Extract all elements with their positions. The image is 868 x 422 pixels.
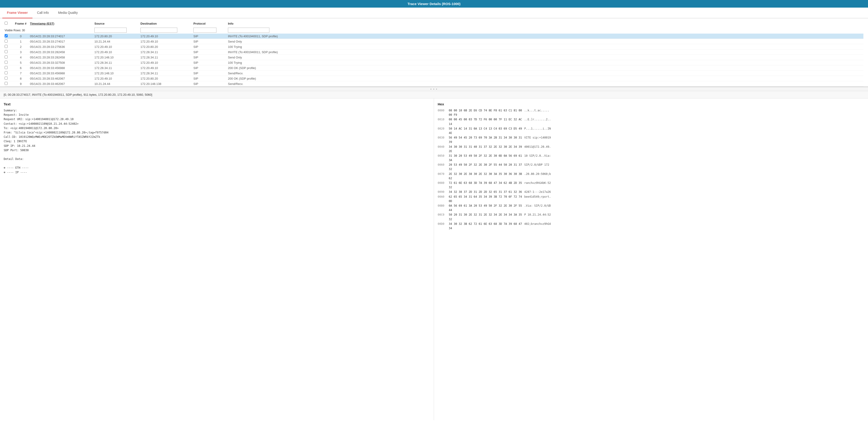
header-destination: Destination xyxy=(141,22,193,25)
row-info: 200 OK (SDP profile) xyxy=(228,77,863,80)
row-checkbox[interactable] xyxy=(5,71,8,74)
table-row[interactable]: 3 05/14/21 20:28:33:282458 172.20.49.10 … xyxy=(5,50,863,55)
hex-rows-container: 0000 08 00 10 6B 2E E6 CD 74 8E F8 61 63… xyxy=(438,108,864,231)
text-panel: Text Summary: Request: Invite Request UR… xyxy=(0,98,434,420)
tab-frame-viewer[interactable]: Frame Viewer xyxy=(2,8,32,19)
hex-offset: 00A0 xyxy=(438,195,447,203)
protocol-filter-input[interactable] xyxy=(193,28,216,33)
row-source: 10.21.24.44 xyxy=(94,40,141,43)
header-timestamp[interactable]: Timestamp (EST) xyxy=(30,22,94,25)
row-check-cell xyxy=(5,61,11,64)
row-source: 172.28.34.11 xyxy=(94,66,141,70)
row-protocol: SIP xyxy=(193,77,228,80)
row-info: 200 OK (SDP profile) xyxy=(228,66,863,70)
hex-ascii: VITE sip:+140019 xyxy=(524,135,551,144)
hex-offset: 0050 xyxy=(438,154,447,162)
header-frame: Frame # xyxy=(11,22,30,25)
row-checkbox[interactable] xyxy=(5,40,8,42)
row-checkbox[interactable] xyxy=(5,50,8,53)
visible-rows-label: Visible Rows: 30 xyxy=(5,29,11,32)
row-timestamp: 05/14/21 20:28:33:274017 xyxy=(30,40,94,43)
header-check xyxy=(5,22,11,25)
top-panel: Frame # Timestamp (EST) Source Destinati… xyxy=(0,19,868,87)
hex-offset: 0030 xyxy=(438,135,447,144)
hex-bytes: 08 00 10 6B 2E E6 CD 74 8E F8 61 63 C1 8… xyxy=(449,108,522,117)
row-frame: 8 xyxy=(11,77,30,80)
table-area: Frame # Timestamp (EST) Source Destinati… xyxy=(0,19,868,87)
hex-bytes: 34 32 38 37 2D 31 2D 2D 32 65 31 37 61 3… xyxy=(449,190,522,194)
row-timestamp: 05/14/21 20:28:33:275636 xyxy=(30,45,94,48)
row-checkbox[interactable] xyxy=(5,56,8,59)
row-destination: 172.20.80.20 xyxy=(141,45,193,48)
hex-ascii: 4287-1---2e17a26 xyxy=(524,190,551,194)
table-row[interactable]: 7 05/14/21 20:28:33:456988 172.20.148.10… xyxy=(5,71,863,76)
row-frame: 1 xyxy=(11,40,30,43)
text-content: Summary: Request: Invite Request URI: si… xyxy=(4,108,430,175)
row-info: INVITE (To:4001940011, SDP profile) xyxy=(228,51,863,54)
hex-row: 0020 50 14 AC 14 31 0A 13 C4 13 C4 03 69… xyxy=(438,127,864,135)
hex-panel-title: Hex xyxy=(438,102,864,106)
hex-row: 00D0 34 30 32 3B 62 72 61 6E 63 68 3D 7A… xyxy=(438,222,864,231)
row-source: 10.21.24.44 xyxy=(94,82,141,86)
row-info: 100 Trying xyxy=(228,45,863,48)
row-protocol: SIP xyxy=(193,34,228,38)
table-row[interactable]: 9 05/14/21 20:28:33:462067 10.21.24.44 1… xyxy=(5,81,863,87)
table-row[interactable]: 6 05/14/21 20:28:33:456988 172.28.34.11 … xyxy=(5,65,863,71)
row-checkbox[interactable] xyxy=(5,77,8,79)
row-check-cell xyxy=(5,71,11,75)
row-timestamp: 05/14/21 20:28:33:456988 xyxy=(30,71,94,75)
row-protocol: SIP xyxy=(193,45,228,48)
title-text: Trace Viewer Details (ROS-1000) xyxy=(407,2,461,6)
filter-info-cell xyxy=(228,28,863,33)
hex-offset: 00B0 xyxy=(438,204,447,213)
row-checkbox[interactable] xyxy=(5,66,8,69)
table-row[interactable]: 5 05/14/21 20:28:33:327508 172.28.34.11 … xyxy=(5,60,863,65)
row-checkbox[interactable] xyxy=(5,45,8,48)
frame-summary: [0, 00:28:33:274017, INVITE (To:40019400… xyxy=(0,91,868,98)
tabs-bar: Frame Viewer Call Info Media Quality xyxy=(0,8,868,19)
hex-bytes: 34 30 30 31 31 40 31 37 32 2E 32 30 2E 3… xyxy=(449,145,522,154)
table-header-row: Frame # Timestamp (EST) Source Destinati… xyxy=(5,21,863,26)
row-destination: 172.20.49.10 xyxy=(141,34,193,38)
row-frame: 6 xyxy=(11,66,30,70)
hex-offset: 0040 xyxy=(438,145,447,154)
hex-ascii: .Via: SIP/2.0/UD xyxy=(524,204,551,213)
hex-panel: Hex 0000 08 00 10 6B 2E E6 CD 74 8E F8 6… xyxy=(434,98,868,420)
row-checkbox[interactable] xyxy=(5,82,8,85)
header-protocol: Protocol xyxy=(193,22,228,25)
hex-ascii: 40011@172.20.49. xyxy=(524,145,551,154)
hex-bytes: 08 00 45 00 03 7D 72 F6 00 00 7F 11 EC 3… xyxy=(449,117,522,126)
filter-row: Visible Rows: 30 xyxy=(5,28,863,33)
row-source: 172.28.34.11 xyxy=(94,61,141,64)
table-row[interactable]: 0 05/14/21 20:28:33:274017 172.20.80.20 … xyxy=(5,34,863,39)
hex-row: 0080 72 61 6E 63 68 3D 7A 39 68 47 34 62… xyxy=(438,181,864,190)
select-all-checkbox[interactable] xyxy=(5,22,8,25)
tab-call-info[interactable]: Call Info xyxy=(32,8,54,19)
hex-offset: 0090 xyxy=(438,190,447,194)
hex-bytes: 50 14 AC 14 31 0A 13 C4 13 C4 03 69 C3 D… xyxy=(449,127,522,135)
hex-row: 0050 31 30 20 53 49 50 2F 32 2E 30 0D 0A… xyxy=(438,154,864,162)
row-timestamp: 05/14/21 20:28:33:462067 xyxy=(30,82,94,86)
source-filter-input[interactable] xyxy=(94,28,127,33)
row-destination: 172.28.34.11 xyxy=(141,71,193,75)
table-row[interactable]: 8 05/14/21 20:28:33:462067 172.20.49.10 … xyxy=(5,76,863,81)
row-source: 172.20.148.10 xyxy=(94,71,141,75)
info-filter-input[interactable] xyxy=(228,28,269,33)
row-source: 172.20.80.20 xyxy=(94,34,141,38)
table-row[interactable]: 4 05/14/21 20:28:33:282458 172.20.148.10… xyxy=(5,55,863,60)
row-checkbox[interactable] xyxy=(5,61,8,64)
destination-filter-input[interactable] xyxy=(141,28,177,33)
row-source: 172.20.49.10 xyxy=(94,51,141,54)
table-row[interactable]: 2 05/14/21 20:28:33:275636 172.20.49.10 … xyxy=(5,44,863,50)
hex-ascii: ..E.]r.......2.. xyxy=(524,117,551,126)
resize-bar[interactable]: • • • xyxy=(0,87,868,91)
row-info: Send Only xyxy=(228,40,863,43)
hex-bytes: 50 20 31 30 2E 32 31 2E 32 34 2E 34 34 3… xyxy=(449,213,522,221)
hex-offset: 0080 xyxy=(438,181,447,190)
row-info: INVITE (To:4001940011, SDP profile) xyxy=(228,34,863,38)
hex-ascii: SIP/2.0/UDP 172 xyxy=(524,163,549,171)
tab-media-quality[interactable]: Media Quality xyxy=(54,8,83,19)
table-row[interactable]: 1 05/14/21 20:28:33:274017 10.21.24.44 1… xyxy=(5,39,863,44)
row-checkbox[interactable] xyxy=(5,34,8,37)
hex-offset: 0060 xyxy=(438,163,447,171)
